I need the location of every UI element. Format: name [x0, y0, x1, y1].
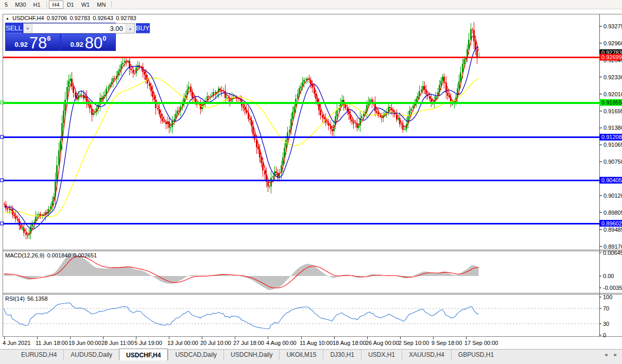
macd-axis-label: -0.003507 — [603, 285, 622, 291]
time-axis-label: 27 Jul 18:00 — [233, 340, 264, 346]
timeframe-button-m30[interactable]: M30 — [11, 1, 29, 9]
chart-title-symbol: USDCHF,H4 — [12, 15, 44, 21]
chart-tab-audusd-daily[interactable]: AUDUSD,Daily — [63, 350, 119, 360]
price-axis-label: 0.89805 — [603, 210, 622, 216]
lot-decrease-button[interactable]: ▼ — [24, 24, 32, 33]
price-axis-label: 0.92010 — [603, 91, 622, 97]
price-axis-label: 0.91380 — [603, 125, 622, 131]
time-axis-label: 28 Jun 11:00 — [101, 340, 134, 346]
rsi-value: 56.1358 — [27, 296, 48, 302]
rsi-axis-label: 70 — [603, 305, 609, 311]
timeframe-button-h1[interactable]: H1 — [30, 1, 44, 9]
price-axis-label: 0.92960 — [603, 40, 622, 46]
timeframe-button-h4[interactable]: H4 — [49, 1, 63, 9]
time-axis-label: 20 Jul 10:00 — [200, 340, 231, 346]
hline-handle[interactable] — [1, 222, 4, 225]
price-axis-label: 0.90750 — [603, 159, 622, 165]
toolbar-separator — [46, 1, 47, 8]
price-badge-label: 0.92699 — [601, 54, 622, 60]
chart-tab-dj30-h1[interactable]: DJ30,H1 — [323, 350, 361, 360]
chart-tabs: EURUSD,H4AUDUSD,DailyUSDCHF,H4USDCAD,Dai… — [0, 350, 622, 360]
tab-scroll-left-icon[interactable]: ◄ — [603, 352, 608, 357]
rsi-axis-label: 0 — [603, 332, 606, 338]
price-badge-label: 0.90405 — [601, 177, 622, 183]
chart-tabbar: EURUSD,H4AUDUSD,DailyUSDCHF,H4USDCAD,Dai… — [0, 349, 622, 364]
macd-axis-label: 0.00 — [603, 273, 614, 279]
chart-tab-usdchf-h4[interactable]: USDCHF,H4 — [119, 349, 168, 360]
price-badge-label: 0.91855 — [601, 99, 622, 106]
rsi-label: RSI(14) 56.1358 — [5, 296, 48, 302]
macd-value: 0.001840 — [47, 252, 71, 258]
time-axis-label: 4 Jun 2021 — [3, 340, 30, 346]
time-axis-label: 18 Aug 18:00 — [333, 340, 366, 346]
price-badge-label: 0.89602 — [601, 220, 622, 227]
timeframe-toolbar: 5M30H1H4D1W1MN — [0, 0, 622, 9]
price-axis-label: 0.90120 — [603, 193, 622, 199]
time-axis-label: 13 Jul 00:00 — [167, 340, 198, 346]
chart-tab-usdx-h1[interactable]: USDX,H1 — [361, 350, 402, 360]
sell-price[interactable]: 0.92 78 6 — [6, 34, 60, 50]
ohlc-low: 0.92643 — [93, 15, 113, 21]
rsi-name: RSI(14) — [5, 296, 25, 302]
chart-tab-eurusd-h4[interactable]: EURUSD,H4 — [14, 350, 63, 360]
price-badge-label: 0.91208 — [601, 134, 622, 140]
buy-price[interactable]: 0.92 80 0 — [61, 34, 115, 50]
collapse-arrow-icon[interactable]: ▲ — [6, 16, 9, 20]
rsi-axis-label: 30 — [603, 321, 609, 327]
ohlc-open: 0.92706 — [47, 15, 67, 21]
buy-price-prefix: 0.92 — [70, 41, 83, 48]
timeframe-button-d1[interactable]: D1 — [63, 1, 78, 9]
buy-price-pipette: 0 — [102, 34, 106, 42]
sell-button[interactable]: SELL — [6, 23, 22, 33]
macd-axis-label: 0.006451 — [603, 250, 622, 256]
sell-price-pips: 78 — [29, 36, 47, 50]
lot-increase-button[interactable]: ▲ — [126, 24, 134, 33]
time-axis-label: 11 Jun 18:00 — [36, 340, 68, 346]
toolbar-separator — [111, 1, 112, 8]
macd-name: MACD(12,26,9) — [5, 252, 44, 258]
timeframe-button-5[interactable]: 5 — [1, 1, 11, 9]
sell-price-pipette: 6 — [47, 34, 50, 42]
hline-handle[interactable] — [1, 135, 4, 138]
tab-scroll-arrows: ◄ ► — [603, 352, 618, 357]
price-axis-label: 0.92330 — [603, 74, 622, 80]
buy-button[interactable]: BUY — [136, 23, 150, 33]
macd-label: MACD(12,26,9) 0.001840 0.002651 — [5, 252, 97, 258]
price-axis-label: 0.93275 — [603, 23, 622, 29]
chart-tab-ukoil-m15[interactable]: UKOil,M15 — [279, 350, 323, 360]
price-axis-label: 0.91695 — [603, 108, 622, 114]
chart-canvas: 0.932750.929600.926450.923300.920100.916… — [0, 0, 622, 364]
ohlc-close: 0.92783 — [116, 15, 136, 21]
chart-tab-xauusd-h4[interactable]: XAUUSD,H4 — [402, 350, 451, 360]
timeframe-button-mn[interactable]: MN — [93, 1, 109, 9]
hline-handle[interactable] — [1, 101, 4, 104]
time-axis-label: 11 Aug 10:00 — [300, 340, 333, 346]
chart-title: ▲ USDCHF,H4 0.92706 0.92783 0.92643 0.92… — [6, 15, 136, 21]
timeframe-button-w1[interactable]: W1 — [78, 1, 94, 9]
chart-tab-usdcad-daily[interactable]: USDCAD,Daily — [168, 350, 223, 360]
tab-scroll-right-icon[interactable]: ► — [613, 352, 618, 357]
time-axis-label: 26 Aug 00:00 — [366, 340, 399, 346]
chart-tab-usdcnh-daily[interactable]: USDCNH,Daily — [223, 350, 279, 360]
rsi-axis-label: 100 — [603, 294, 612, 300]
time-axis-label: 5 Jul 19:00 — [134, 340, 162, 346]
time-axis-label: 17 Sep 00:00 — [464, 340, 498, 346]
time-axis-label: 9 Sep 18:00 — [431, 340, 462, 346]
price-axis-label: 0.89485 — [603, 227, 622, 233]
lot-size-input[interactable] — [32, 24, 126, 33]
time-axis-label: 4 Aug 00:00 — [266, 340, 297, 346]
hline-handle[interactable] — [1, 179, 4, 182]
buy-price-pips: 80 — [85, 36, 102, 50]
ohlc-high: 0.92783 — [70, 15, 90, 21]
price-axis-label: 0.89170 — [603, 244, 622, 250]
sell-price-prefix: 0.92 — [14, 41, 27, 48]
trade-widget: SELL ▼ ▲ BUY 0.92 78 6 0.92 80 0 — [5, 23, 116, 51]
time-axis-label: 19 Jun 00:00 — [68, 340, 101, 346]
chart-tab-gbpusd-h1[interactable]: GBPUSD,H1 — [451, 350, 500, 360]
macd-signal-value: 0.002651 — [73, 252, 97, 258]
price-axis-label: 0.91065 — [603, 142, 622, 148]
lot-spinner: ▼ ▲ — [23, 23, 135, 33]
time-axis-label: 2 Sep 10:00 — [399, 340, 429, 346]
